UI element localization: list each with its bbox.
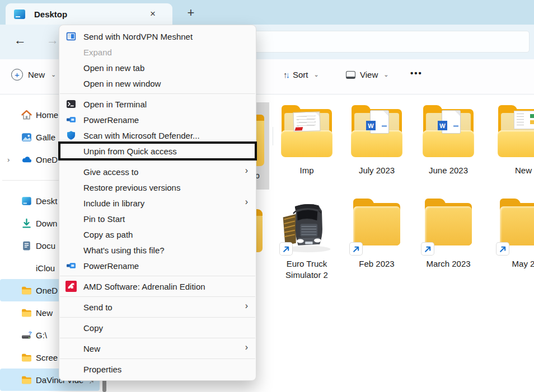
menu-item-label: Give access to — [83, 167, 138, 177]
file-tile-feb-2023[interactable]: Feb 2023 — [342, 197, 411, 270]
chevron-down-icon: ⌄ — [314, 71, 319, 78]
menu-item-open-in-new-window[interactable]: Open in new window — [59, 75, 256, 91]
menu-item-open-in-new-tab[interactable]: Open in new tab — [59, 60, 256, 75]
menu-item-label: Pin to Start — [83, 214, 125, 224]
forward-button: → — [46, 33, 59, 48]
menu-item-label: Copy — [83, 323, 103, 333]
truck-thumbnail-icon — [279, 197, 335, 255]
menu-item-label: Properties — [83, 365, 121, 374]
file-tile-june-2023[interactable]: WJune 2023 — [414, 103, 483, 176]
folder-icon — [21, 374, 32, 386]
menu-item-what-s-using-this-file[interactable]: What's using this file? — [59, 242, 256, 258]
menu-item-properties[interactable]: Properties — [59, 361, 256, 377]
file-tile-imp[interactable]: Imp — [272, 103, 341, 176]
open-folder-icon: W — [420, 103, 476, 162]
menu-item-label: Open in new tab — [83, 63, 144, 73]
submenu-chevron-icon: › — [245, 166, 248, 176]
menu-item-pin-to-start[interactable]: Pin to Start — [59, 211, 256, 226]
menu-item-label: Copy as path — [83, 230, 133, 239]
tab-close-icon[interactable]: × — [150, 8, 156, 20]
file-label: New — [489, 165, 534, 176]
gallery-icon — [21, 131, 32, 143]
tab-bar: Desktop × + — [0, 0, 534, 25]
menu-item-label: PowerRename — [83, 115, 139, 125]
shortcut-arrow-icon — [496, 243, 509, 255]
file-tile-march-2023[interactable]: March 2023 — [414, 197, 483, 270]
menu-item-label: Send to — [83, 303, 113, 312]
folder-icon — [495, 197, 534, 255]
menu-item-label: Include in library — [83, 199, 144, 208]
onedrive-icon — [21, 154, 32, 166]
file-label: March 2023 — [414, 258, 483, 270]
expand-chevron-icon[interactable]: › — [7, 155, 10, 164]
menu-item-open-in-terminal[interactable]: Open in Terminal — [59, 96, 256, 112]
folder-icon — [420, 197, 476, 255]
menu-item-copy-as-path[interactable]: Copy as path — [59, 226, 256, 242]
menu-item-send-with-nordvpn-meshnet[interactable]: Send with NordVPN Meshnet — [59, 29, 256, 44]
menu-separator — [59, 356, 256, 361]
sidebar-item-label: Docu — [36, 241, 55, 251]
menu-item-scan-with-microsoft-defender[interactable]: Scan with Microsoft Defender... — [59, 127, 256, 143]
desktop-icon — [21, 195, 32, 207]
file-tile-euro-truck-simulator-2[interactable]: Euro Truck Simulator 2 — [272, 197, 341, 281]
powerrename-icon — [65, 260, 77, 271]
icloud-icon — [21, 262, 32, 274]
menu-separator — [59, 159, 256, 164]
new-tab-button[interactable]: + — [184, 6, 198, 20]
file-label: July 2023 — [342, 165, 411, 176]
menu-item-label: Open in Terminal — [83, 100, 147, 109]
sidebar-item-label: G:\ — [36, 330, 47, 340]
menu-item-label: Open in new window — [83, 79, 161, 88]
menu-item-label: Send with NordVPN Meshnet — [83, 32, 193, 41]
view-layout-icon — [346, 71, 355, 79]
menu-item-label: New — [83, 344, 100, 353]
menu-item-amd-software-adrenalin-edition[interactable]: AMD Software: Adrenalin Edition — [59, 278, 256, 294]
view-button[interactable]: View ⌄ — [346, 70, 388, 79]
sort-button[interactable]: ↑↓ Sort ⌄ — [283, 70, 319, 79]
sidebar-item-label: Down — [36, 219, 57, 228]
menu-item-powerrename[interactable]: PowerRename — [59, 258, 256, 273]
see-more-button[interactable]: ••• — [410, 68, 423, 78]
open-folder-icon: W — [349, 103, 405, 162]
menu-separator — [59, 273, 256, 278]
file-tile-july-2023[interactable]: WJuly 2023 — [342, 103, 411, 176]
submenu-chevron-icon: › — [245, 342, 248, 352]
tab-desktop[interactable]: Desktop × — [6, 3, 172, 25]
terminal-icon — [65, 98, 77, 110]
document-thumbnail — [293, 111, 320, 132]
open-folder-icon — [279, 103, 335, 162]
menu-item-label: Restore previous versions — [83, 183, 180, 192]
sidebar-item-label: Home — [36, 110, 58, 120]
menu-item-label: What's using this file? — [83, 245, 165, 255]
menu-item-powerrename[interactable]: PowerRename — [59, 112, 256, 127]
menu-item-include-in-library[interactable]: Include in library› — [59, 195, 256, 211]
menu-item-unpin-from-quick-access[interactable]: Unpin from Quick access — [59, 143, 256, 159]
new-button[interactable]: + New ⌄ — [11, 69, 56, 81]
menu-item-restore-previous-versions[interactable]: Restore previous versions — [59, 180, 256, 195]
plus-icon: + — [11, 69, 23, 81]
home-icon — [21, 109, 32, 121]
drive-icon: ? — [21, 329, 32, 341]
menu-item-give-access-to[interactable]: Give access to› — [59, 164, 256, 180]
menu-item-copy[interactable]: Copy — [59, 320, 256, 336]
open-folder-icon — [495, 103, 534, 162]
folder-icon — [21, 352, 32, 363]
svg-text:?: ? — [29, 329, 32, 336]
menu-item-label: Expand — [83, 48, 112, 57]
chevron-down-icon: ⌄ — [51, 71, 56, 78]
back-button[interactable]: ← — [14, 33, 26, 48]
file-tile-may-2[interactable]: May 2 — [489, 197, 534, 270]
menu-separator — [59, 91, 256, 96]
file-label: Imp — [272, 165, 341, 176]
menu-item-new[interactable]: New› — [59, 341, 256, 356]
context-menu: Send with NordVPN MeshnetExpandOpen in n… — [59, 25, 256, 381]
sidebar-item-label: OneD — [36, 155, 58, 164]
submenu-chevron-icon: › — [245, 197, 248, 207]
menu-separator — [59, 315, 256, 320]
menu-item-label: AMD Software: Adrenalin Edition — [83, 282, 205, 291]
documents-icon — [21, 240, 32, 252]
submenu-chevron-icon: › — [245, 301, 248, 311]
file-tile-new[interactable]: New — [489, 103, 534, 176]
tab-title: Desktop — [34, 10, 67, 19]
menu-item-send-to[interactable]: Send to› — [59, 299, 256, 315]
